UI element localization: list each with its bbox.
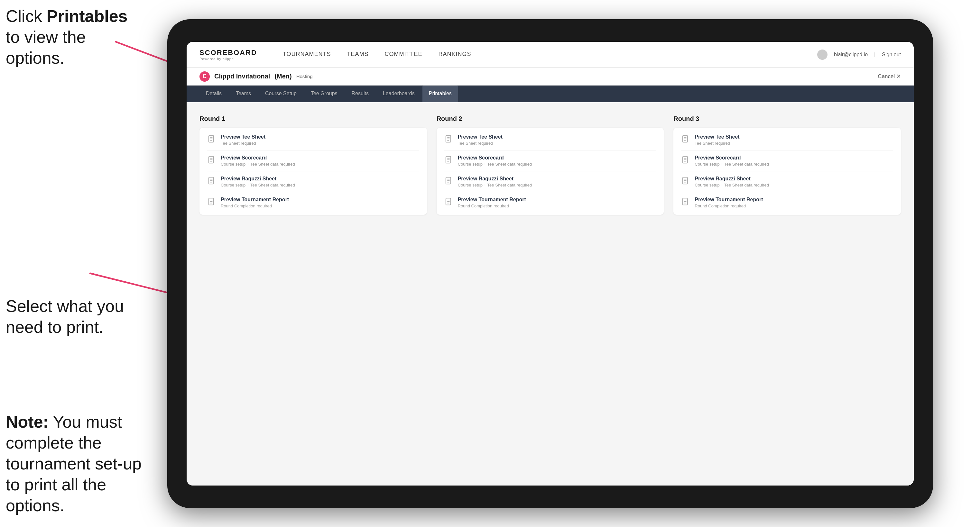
print-req-r3-3: Course setup + Tee Sheet data required <box>695 183 769 187</box>
print-req-r3-2: Course setup + Tee Sheet data required <box>695 162 769 167</box>
tablet-screen: SCOREBOARD Powered by clippd TOURNAMENTS… <box>187 42 914 486</box>
sign-out-link[interactable]: Sign out <box>882 52 901 57</box>
print-req-r1-4: Round Completion required <box>221 203 289 208</box>
doc-icon <box>444 197 453 206</box>
separator: | <box>874 52 875 57</box>
tab-tee-groups[interactable]: Tee Groups <box>304 86 344 102</box>
print-item-r1-1[interactable]: Preview Tee SheetTee Sheet required <box>207 134 419 151</box>
main-content: Round 1 Preview Tee SheetTee Sheet requi… <box>187 102 914 486</box>
print-item-r1-2[interactable]: Preview ScorecardCourse setup + Tee Shee… <box>207 151 419 171</box>
print-req-r3-4: Round Completion required <box>695 203 763 208</box>
print-req-r2-3: Course setup + Tee Sheet data required <box>458 183 532 187</box>
logo-sub: Powered by clippd <box>199 57 257 61</box>
annotation-top: Click Printables to view the options. <box>6 6 144 68</box>
user-avatar-icon <box>817 49 827 60</box>
print-name-r1-4: Preview Tournament Report <box>221 197 289 203</box>
print-item-r2-3[interactable]: Preview Raguzzi SheetCourse setup + Tee … <box>444 171 656 192</box>
print-item-r2-2[interactable]: Preview ScorecardCourse setup + Tee Shee… <box>444 151 656 171</box>
nav-right: blair@clippd.io | Sign out <box>817 49 901 60</box>
hosting-badge: Hosting <box>296 74 313 79</box>
doc-icon <box>681 197 690 206</box>
tab-details[interactable]: Details <box>199 86 228 102</box>
tournament-name-area: C Clippd Invitational (Men) Hosting <box>199 71 313 82</box>
doc-icon <box>444 135 453 144</box>
print-name-r2-3: Preview Raguzzi Sheet <box>458 176 532 182</box>
print-info-r2-3: Preview Raguzzi SheetCourse setup + Tee … <box>458 176 532 187</box>
print-info-r3-3: Preview Raguzzi SheetCourse setup + Tee … <box>695 176 769 187</box>
nav-rankings[interactable]: RANKINGS <box>439 49 471 60</box>
sub-nav: Details Teams Course Setup Tee Groups Re… <box>187 86 914 102</box>
print-req-r2-2: Course setup + Tee Sheet data required <box>458 162 532 167</box>
nav-tournaments[interactable]: TOURNAMENTS <box>283 49 331 60</box>
round-column-3: Round 3 Preview Tee SheetTee Sheet requi… <box>673 115 901 215</box>
print-item-r1-4[interactable]: Preview Tournament ReportRound Completio… <box>207 192 419 208</box>
tournament-division: (Men) <box>274 73 291 80</box>
print-item-r1-3[interactable]: Preview Raguzzi SheetCourse setup + Tee … <box>207 171 419 192</box>
print-info-r3-2: Preview ScorecardCourse setup + Tee Shee… <box>695 155 769 167</box>
tab-teams[interactable]: Teams <box>229 86 258 102</box>
print-name-r2-1: Preview Tee Sheet <box>458 134 503 140</box>
print-name-r2-2: Preview Scorecard <box>458 155 532 161</box>
tournament-header: C Clippd Invitational (Men) Hosting Canc… <box>187 68 914 86</box>
print-info-r3-1: Preview Tee SheetTee Sheet required <box>695 134 739 146</box>
print-info-r3-4: Preview Tournament ReportRound Completio… <box>695 197 763 208</box>
doc-icon <box>681 135 690 144</box>
print-req-r2-1: Tee Sheet required <box>458 141 503 146</box>
annotation-bold: Printables <box>47 7 127 25</box>
nav-committee[interactable]: COMMITTEE <box>385 49 422 60</box>
print-name-r3-4: Preview Tournament Report <box>695 197 763 203</box>
tablet-device: SCOREBOARD Powered by clippd TOURNAMENTS… <box>167 19 933 508</box>
logo-title: SCOREBOARD <box>199 49 257 57</box>
annotation-middle: Select what you need to print. <box>6 296 144 338</box>
print-info-r2-2: Preview ScorecardCourse setup + Tee Shee… <box>458 155 532 167</box>
print-item-r3-2[interactable]: Preview ScorecardCourse setup + Tee Shee… <box>681 151 893 171</box>
annotation-note-bold: Note: <box>6 413 49 431</box>
print-item-r3-4[interactable]: Preview Tournament ReportRound Completio… <box>681 192 893 208</box>
doc-icon <box>207 176 216 186</box>
round-column-1: Round 1 Preview Tee SheetTee Sheet requi… <box>199 115 427 215</box>
print-req-r2-4: Round Completion required <box>458 203 526 208</box>
print-name-r2-4: Preview Tournament Report <box>458 197 526 203</box>
print-name-r3-1: Preview Tee Sheet <box>695 134 739 140</box>
tab-results[interactable]: Results <box>345 86 375 102</box>
tab-course-setup[interactable]: Course Setup <box>259 86 303 102</box>
round-column-2: Round 2 Preview Tee SheetTee Sheet requi… <box>437 115 664 215</box>
print-info-r1-4: Preview Tournament ReportRound Completio… <box>221 197 289 208</box>
print-info-r1-2: Preview ScorecardCourse setup + Tee Shee… <box>221 155 295 167</box>
print-req-r1-1: Tee Sheet required <box>221 141 266 146</box>
tournament-title: Clippd Invitational <box>214 73 270 80</box>
print-req-r3-1: Tee Sheet required <box>695 141 739 146</box>
print-item-r2-1[interactable]: Preview Tee SheetTee Sheet required <box>444 134 656 151</box>
print-info-r1-1: Preview Tee SheetTee Sheet required <box>221 134 266 146</box>
print-name-r3-3: Preview Raguzzi Sheet <box>695 176 769 182</box>
doc-icon <box>681 156 690 165</box>
svg-line-2 <box>90 273 180 296</box>
rounds-grid: Round 1 Preview Tee SheetTee Sheet requi… <box>199 115 901 215</box>
print-name-r1-2: Preview Scorecard <box>221 155 295 161</box>
round-2-title: Round 2 <box>437 115 664 122</box>
doc-icon <box>207 135 216 144</box>
doc-icon <box>444 176 453 186</box>
top-nav: SCOREBOARD Powered by clippd TOURNAMENTS… <box>187 42 914 68</box>
doc-icon <box>207 197 216 206</box>
print-req-r1-3: Course setup + Tee Sheet data required <box>221 183 295 187</box>
tab-printables[interactable]: Printables <box>422 86 458 102</box>
clippd-logo-icon: C <box>199 71 210 82</box>
user-email: blair@clippd.io <box>834 52 868 57</box>
print-item-r3-1[interactable]: Preview Tee SheetTee Sheet required <box>681 134 893 151</box>
cancel-button[interactable]: Cancel ✕ <box>878 73 901 80</box>
print-item-r3-3[interactable]: Preview Raguzzi SheetCourse setup + Tee … <box>681 171 893 192</box>
doc-icon <box>207 156 216 165</box>
print-info-r2-4: Preview Tournament ReportRound Completio… <box>458 197 526 208</box>
tab-leaderboards[interactable]: Leaderboards <box>376 86 421 102</box>
nav-teams[interactable]: TEAMS <box>347 49 369 60</box>
print-name-r1-3: Preview Raguzzi Sheet <box>221 176 295 182</box>
nav-items: TOURNAMENTS TEAMS COMMITTEE RANKINGS <box>283 49 798 60</box>
print-name-r1-1: Preview Tee Sheet <box>221 134 266 140</box>
print-item-r2-4[interactable]: Preview Tournament ReportRound Completio… <box>444 192 656 208</box>
print-info-r2-1: Preview Tee SheetTee Sheet required <box>458 134 503 146</box>
logo-area: SCOREBOARD Powered by clippd <box>199 49 257 61</box>
print-info-r1-3: Preview Raguzzi SheetCourse setup + Tee … <box>221 176 295 187</box>
annotation-bottom: Note: You must complete the tournament s… <box>6 411 144 516</box>
doc-icon <box>681 176 690 186</box>
